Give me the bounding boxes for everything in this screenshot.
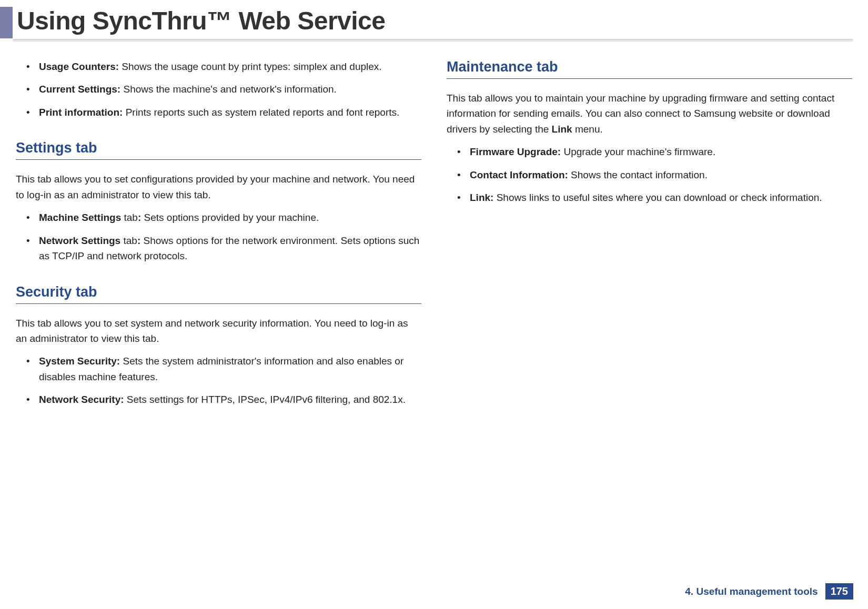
list-item: Machine Settings tab: Sets options provi… [16, 210, 421, 225]
footer: 4. Useful management tools 175 [685, 583, 853, 600]
list-item: Contact Information: Shows the contact i… [447, 167, 852, 182]
content-columns: Usage Counters: Shows the usage count by… [0, 44, 868, 415]
list-item: Print information: Prints reports such a… [16, 105, 421, 120]
section-rule [16, 303, 421, 304]
settings-heading: Settings tab [16, 140, 421, 156]
security-intro: This tab allows you to set system and ne… [16, 316, 421, 347]
section-rule [16, 159, 421, 160]
desc: Prints reports such as system related re… [123, 107, 399, 118]
settings-intro: This tab allows you to set configuration… [16, 171, 421, 202]
desc: Sets settings for HTTPs, IPSec, IPv4/IPv… [124, 394, 406, 405]
term: Network Settings [39, 235, 120, 246]
desc: Sets options provided by your machine. [141, 212, 319, 223]
desc: Upgrade your machine's firmware. [561, 146, 715, 157]
term: Print information: [39, 107, 123, 118]
desc: Shows the usage count by print types: si… [119, 61, 382, 72]
desc: Shows the machine's and network's inform… [120, 84, 337, 95]
maintenance-list: Firmware Upgrade: Upgrade your machine's… [447, 144, 852, 205]
mid: tab [120, 235, 137, 246]
list-item: Network Security: Sets settings for HTTP… [16, 392, 421, 407]
info-tab-list: Usage Counters: Shows the usage count by… [16, 59, 421, 120]
term: Machine Settings [39, 212, 121, 223]
list-item: Link: Shows links to useful sites where … [447, 190, 852, 205]
title-underline [13, 39, 853, 42]
intro-pre: This tab allows you to maintain your mac… [447, 93, 834, 135]
settings-list: Machine Settings tab: Sets options provi… [16, 210, 421, 263]
list-item: Current Settings: Shows the machine's an… [16, 82, 421, 97]
maintenance-heading: Maintenance tab [447, 59, 852, 75]
mid: tab [121, 212, 138, 223]
intro-bold: Link [552, 124, 572, 135]
term: Network Security: [39, 394, 124, 405]
intro-post: menu. [572, 124, 603, 135]
maintenance-intro: This tab allows you to maintain your mac… [447, 90, 852, 137]
list-item: System Security: Sets the system adminis… [16, 353, 421, 384]
term: System Security: [39, 356, 120, 367]
list-item: Usage Counters: Shows the usage count by… [16, 59, 421, 74]
term: Contact Information: [470, 169, 568, 180]
header: Using SyncThru™ Web Service [0, 0, 868, 44]
right-column: Maintenance tab This tab allows you to m… [447, 59, 852, 415]
security-list: System Security: Sets the system adminis… [16, 353, 421, 407]
term: Current Settings: [39, 84, 120, 95]
list-item: Network Settings tab: Shows options for … [16, 233, 421, 264]
chapter-label: 4. Useful management tools [685, 586, 817, 597]
section-rule [447, 78, 852, 79]
term: Usage Counters: [39, 61, 119, 72]
header-accent-tab [0, 7, 13, 38]
page-title: Using SyncThru™ Web Service [17, 6, 385, 35]
term: Firmware Upgrade: [470, 146, 561, 157]
desc: Shows links to useful sites where you ca… [493, 192, 822, 203]
page-number: 175 [825, 583, 853, 600]
term: Link: [470, 192, 493, 203]
left-column: Usage Counters: Shows the usage count by… [16, 59, 421, 415]
security-heading: Security tab [16, 284, 421, 300]
list-item: Firmware Upgrade: Upgrade your machine's… [447, 144, 852, 159]
desc: Shows the contact information. [568, 169, 708, 180]
